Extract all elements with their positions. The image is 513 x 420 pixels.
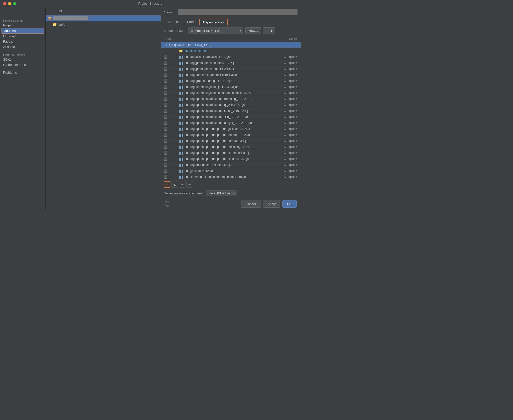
dep-scope-arrow-icon[interactable]: ▼: [295, 127, 298, 130]
navigate-forward-button[interactable]: →: [10, 10, 16, 16]
remove-module-button[interactable]: −: [53, 9, 57, 14]
dep-scope-arrow-icon[interactable]: ▼: [295, 103, 298, 106]
dep-scope-arrow-icon[interactable]: ▼: [295, 73, 298, 76]
dep-row[interactable]: sbt: org.jpmml:pmml-model:1.2.15:jar Com…: [161, 66, 301, 72]
dep-scope-arrow-icon[interactable]: ▼: [295, 97, 298, 100]
dep-row[interactable]: sbt: org.antlr:antlr4-runtime:4.5.3:jar …: [161, 162, 301, 168]
dep-scope-arrow-icon[interactable]: ▼: [295, 61, 298, 64]
sdk-new-button[interactable]: New...: [245, 27, 261, 34]
move-down-button[interactable]: ▼: [179, 181, 185, 188]
dep-checkbox[interactable]: [164, 79, 167, 83]
dep-checkbox[interactable]: [164, 145, 167, 149]
dep-checkbox[interactable]: [164, 115, 167, 119]
dep-row[interactable]: sbt: org.apache.spark:spark-sketch_2.10:…: [161, 108, 301, 114]
close-button[interactable]: [3, 2, 6, 5]
dep-checkbox[interactable]: [164, 127, 167, 131]
tab-sources[interactable]: Sources: [164, 18, 183, 25]
sidebar-item-problems[interactable]: Problems: [0, 70, 45, 75]
sidebar-item-project[interactable]: Project: [0, 23, 45, 28]
dep-row[interactable]: sbt: org.graphstream:gs-core:1.3:jar Com…: [161, 78, 301, 84]
dep-row[interactable]: sbt: org.apache.spark:spark-sql_2.10:2.2…: [161, 102, 301, 108]
dep-checkbox[interactable]: [164, 97, 167, 101]
minimize-button[interactable]: [8, 2, 11, 5]
module-item-main[interactable]: 📦: [46, 15, 161, 21]
dep-scope-arrow-icon[interactable]: ▼: [295, 79, 298, 82]
sidebar-item-modules[interactable]: Modules: [1, 28, 44, 34]
sidebar-item-global-libraries[interactable]: Global Libraries: [0, 62, 45, 67]
dep-scope-arrow-icon[interactable]: ▼: [295, 91, 298, 94]
dep-row[interactable]: sbt: junit:junit:4.12:jar Compile ▼: [161, 168, 301, 174]
sdk-select[interactable]: 🖥 Project SDK (1.8) ▼: [188, 27, 243, 34]
module-item-build[interactable]: 📁 build: [46, 21, 161, 27]
dep-checkbox[interactable]: [164, 121, 167, 125]
dep-checkbox[interactable]: [164, 61, 167, 65]
dep-scope-arrow-icon[interactable]: ▼: [295, 139, 298, 142]
dep-row[interactable]: sbt: aopalliance:aopalliance:1.0:jar Com…: [161, 54, 301, 60]
dep-row[interactable]: sbt: org.apache.spark:spark-streaming_2.…: [161, 96, 301, 102]
dep-row[interactable]: sbt: org.codehaus.janino:janino:3.0.0:ja…: [161, 84, 301, 90]
dep-scope-arrow-icon[interactable]: ▼: [295, 169, 298, 172]
dep-checkbox[interactable]: [164, 169, 167, 173]
sidebar-item-libraries[interactable]: Libraries: [0, 34, 45, 39]
dep-checkbox[interactable]: [164, 109, 167, 113]
add-dependency-button[interactable]: +: [164, 181, 170, 188]
dep-scope-arrow-icon[interactable]: ▼: [295, 85, 298, 88]
dep-scope-arrow-icon[interactable]: ▼: [295, 109, 298, 112]
window-controls[interactable]: [3, 2, 16, 5]
dep-scope-arrow-icon[interactable]: ▼: [295, 133, 298, 136]
add-module-button[interactable]: +: [48, 9, 52, 14]
sdk-edit-button[interactable]: Edit: [263, 27, 275, 34]
apply-button[interactable]: Apply: [263, 200, 281, 208]
module-name-input[interactable]: [178, 9, 298, 15]
dep-checkbox[interactable]: [164, 85, 167, 89]
sidebar-item-facets[interactable]: Facets: [0, 39, 45, 44]
dep-row[interactable]: sbt: org.apache.parquet:parquet-jackson:…: [161, 126, 301, 132]
help-button[interactable]: ?: [165, 201, 170, 207]
dep-scope-arrow-icon[interactable]: ▼: [295, 157, 298, 160]
copy-module-button[interactable]: ⧉: [58, 9, 63, 14]
dep-row[interactable]: sbt: org.apache.parquet:parquet-hadoop:1…: [161, 132, 301, 138]
dep-checkbox[interactable]: [164, 139, 167, 143]
ok-button[interactable]: OK: [282, 200, 297, 208]
dep-scope-arrow-icon[interactable]: ▼: [295, 121, 298, 124]
dep-row[interactable]: sbt: org.jpmml:pmml-schema:1.2.15:jar Co…: [161, 60, 301, 66]
dep-row[interactable]: sbt: org.apache.parquet:parquet-encoding…: [161, 144, 301, 150]
dep-checkbox[interactable]: [164, 91, 167, 95]
sidebar-item-artifacts[interactable]: Artifacts: [0, 44, 45, 49]
dep-checkbox[interactable]: [164, 133, 167, 137]
dep-scope-arrow-icon[interactable]: ▼: [295, 115, 298, 118]
sidebar-item-sdks[interactable]: SDKs: [0, 57, 45, 62]
dep-row[interactable]: sbt: org.codehaus.janino:commons-compile…: [161, 90, 301, 96]
storage-format-select[interactable]: IntelliJ IDEA (.iml) ▼: [206, 190, 237, 196]
dep-row[interactable]: sbt: org.apache.parquet:parquet-common:1…: [161, 150, 301, 156]
edit-dependency-button[interactable]: ✏: [186, 181, 193, 188]
dep-checkbox[interactable]: [164, 175, 167, 179]
dep-checkbox[interactable]: [164, 103, 167, 107]
dep-checkbox[interactable]: [164, 157, 167, 161]
dep-row[interactable]: sbt: org.apache.parquet:parquet-column:1…: [161, 156, 301, 162]
move-up-button[interactable]: ▲: [171, 181, 178, 188]
navigate-back-button[interactable]: ←: [2, 10, 8, 16]
dep-checkbox[interactable]: [164, 73, 167, 77]
dep-checkbox[interactable]: [164, 151, 167, 155]
dep-scope-arrow-icon[interactable]: ▼: [295, 67, 298, 70]
dep-scope-arrow-icon[interactable]: ▼: [295, 55, 298, 58]
dep-checkbox[interactable]: [164, 55, 167, 59]
dep-checkbox[interactable]: [164, 163, 167, 167]
dep-row[interactable]: sbt: org.apache.parquet:parquet-format:2…: [161, 138, 301, 144]
dep-row-module-source[interactable]: 📁 <Module source>: [161, 48, 301, 54]
dep-scope-arrow-icon[interactable]: ▼: [295, 175, 298, 178]
dep-row[interactable]: sbt: org.hamcrest:hamcrest-core:1.3:jar …: [161, 72, 301, 78]
dep-row[interactable]: sbt: org.apache.spark:spark-mllib_2.10:2…: [161, 114, 301, 120]
dep-row-sdk[interactable]: 🖥 1.8 (java version "1.8.0_161"): [161, 42, 301, 48]
dep-scope-arrow-icon[interactable]: ▼: [295, 163, 298, 166]
cancel-button[interactable]: Cancel: [241, 200, 261, 208]
dep-scope-arrow-icon[interactable]: ▼: [295, 145, 298, 148]
maximize-button[interactable]: [13, 2, 16, 5]
dep-row[interactable]: sbt: org.apache.spark:spark-catalyst_2.1…: [161, 120, 301, 126]
dep-scope-arrow-icon[interactable]: ▼: [295, 151, 298, 154]
dep-row[interactable]: sbt: commons-codec:commons-codec:1.10:ja…: [161, 174, 301, 180]
dep-checkbox[interactable]: [164, 67, 167, 71]
tab-dependencies[interactable]: Dependencies: [199, 19, 228, 25]
tab-paths[interactable]: Paths: [183, 18, 199, 25]
